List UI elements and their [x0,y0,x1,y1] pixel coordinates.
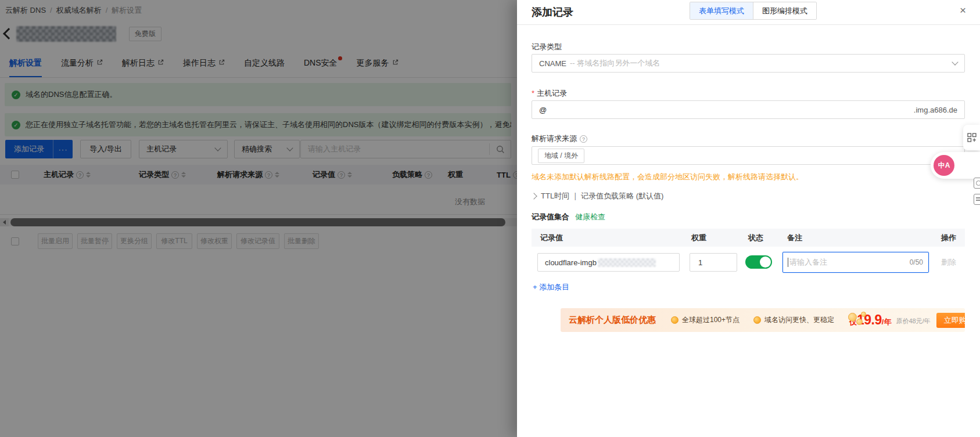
source-tag: 地域 / 境外 [538,149,584,163]
record-row: cloudflare-imgb 1 请输入备注 0/50 删除 [532,247,965,276]
original-price: 原价48元/年 [896,317,930,326]
contact-card-icon[interactable] [974,178,980,189]
char-counter: 0/50 [910,258,923,266]
chevron-right-icon [530,193,537,199]
host-suffix: .img.a686.de [914,106,957,114]
record-type-label: 记录类型 [532,42,562,52]
help-icon[interactable]: ? [580,135,587,143]
mode-tabs: 表单填写模式 图形编排模式 [690,2,817,20]
record-value-input[interactable]: cloudflare-imgb [537,253,680,272]
gold-dot-icon [753,316,761,324]
ttl-policy-collapse[interactable]: TTL时间 ｜ 记录值负载策略 (默认值) [532,191,663,201]
feedback-card-icon[interactable] [974,194,980,205]
host-record-label: *主机记录 [532,88,567,99]
delete-row-button[interactable]: 删除 [941,257,956,268]
chevron-down-icon [952,59,958,65]
tab-form-mode[interactable]: 表单填写模式 [690,2,753,19]
request-source-label: 解析请求来源? [532,133,587,144]
remark-placeholder: 请输入备注 [789,257,827,268]
request-source-select[interactable]: 地域 / 境外 [532,146,965,165]
line-warning-text: 域名未添加默认解析线路配置，会造成部分地区访问失败，解析线路请选择默认。 [532,172,803,182]
grid-icon [967,133,977,142]
drawer-title: 添加记录 [532,5,573,19]
text-caret [788,258,788,267]
add-record-drawer: 添加记录 表单填写模式 图形编排模式 × 记录类型 CNAME -- 将域名指向… [517,0,980,437]
weight-input[interactable]: 1 [690,253,737,272]
status-toggle[interactable] [745,255,772,269]
translate-button[interactable]: 中A [931,152,980,179]
host-record-input[interactable]: @ .img.a686.de [532,100,965,119]
promo-banner: 云解析个人版低价优惠 全球超过100+节点 域名访问更快、更稳定 仅19.9/年… [561,308,965,332]
tab-graphic-mode[interactable]: 图形编排模式 [753,2,816,19]
record-type-select[interactable]: CNAME -- 将域名指向另外一个域名 [532,54,965,73]
translate-icon: 中A [934,155,954,176]
promo-title: 云解析个人版低价优惠 [569,315,656,326]
widgets-panel-button[interactable] [963,125,980,150]
close-icon[interactable]: × [960,5,966,16]
health-check-link[interactable]: 健康检查 [575,212,605,222]
value-set-label: 记录值集合 [532,212,569,222]
remark-input[interactable]: 请输入备注 0/50 [782,252,929,273]
gold-dot-icon [671,316,679,324]
buy-now-button[interactable]: 立即购买 [936,313,965,328]
redacted-value [598,258,656,267]
record-values-table: 记录值 权重 状态 备注 操作 cloudflare-imgb 1 请输入备注 … [532,229,965,276]
add-entry-link[interactable]: + 添加条目 [533,282,569,292]
drawer-mask[interactable] [0,0,517,437]
